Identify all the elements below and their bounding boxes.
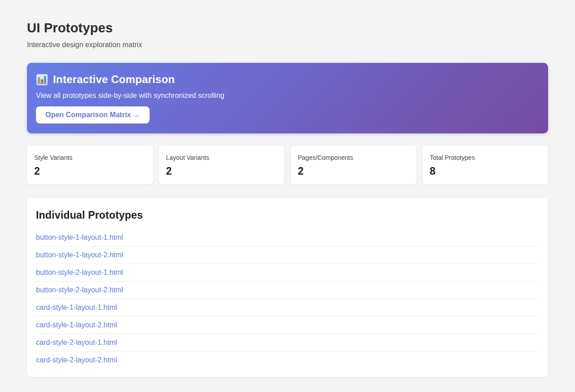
prototype-link[interactable]: button-style-1-layout-1.html [36,229,539,247]
stat-value: 8 [430,165,541,177]
stat-label: Pages/Components [298,154,409,161]
stat-label: Total Prototypes [430,154,541,161]
prototype-link[interactable]: card-style-1-layout-1.html [36,299,539,317]
stat-label: Layout Variants [166,154,278,161]
prototype-link[interactable]: button-style-2-layout-2.html [36,282,539,299]
stat-label: Style Variants [34,154,146,161]
page-title: UI Prototypes [27,21,548,35]
stat-value: 2 [166,165,278,177]
stat-value: 2 [34,165,146,177]
prototype-link[interactable]: card-style-1-layout-2.html [36,317,539,334]
bar-chart-icon [36,74,48,86]
stat-card-style-variants: Style Variants 2 [27,145,153,185]
individual-prototypes-card: Individual Prototypes button-style-1-lay… [27,198,548,377]
stat-card-total-prototypes: Total Prototypes 8 [423,145,548,185]
stat-card-pages-components: Pages/Components 2 [291,145,416,185]
open-comparison-matrix-button[interactable]: Open Comparison Matrix → [36,106,150,123]
prototype-link[interactable]: card-style-2-layout-2.html [36,352,539,369]
prototype-link-list: button-style-1-layout-1.html button-styl… [36,229,539,369]
comparison-banner: Interactive Comparison View all prototyp… [27,63,548,133]
stat-card-layout-variants: Layout Variants 2 [159,145,285,185]
prototype-link[interactable]: button-style-1-layout-2.html [36,247,539,264]
banner-title: Interactive Comparison [53,73,175,86]
stats-row: Style Variants 2 Layout Variants 2 Pages… [27,145,548,185]
page-container: UI Prototypes Interactive design explora… [27,0,548,377]
page-subtitle: Interactive design exploration matrix [27,41,548,49]
banner-title-row: Interactive Comparison [36,73,539,86]
prototype-link[interactable]: button-style-2-layout-1.html [36,264,539,282]
individual-prototypes-heading: Individual Prototypes [36,209,539,221]
prototype-link[interactable]: card-style-2-layout-1.html [36,334,539,352]
banner-subtitle: View all prototypes side-by-side with sy… [36,92,539,100]
stat-value: 2 [298,165,409,177]
